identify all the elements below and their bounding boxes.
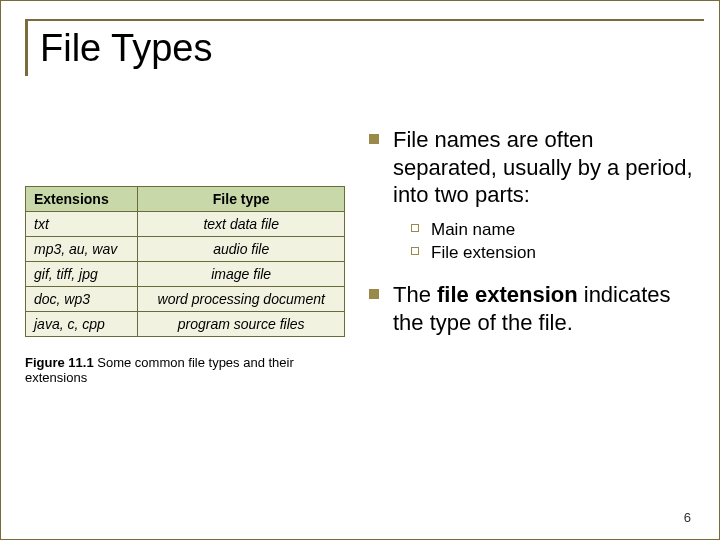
table-row: doc, wp3 word processing document xyxy=(26,287,345,312)
cell-ft: word processing document xyxy=(138,287,345,312)
page-number: 6 xyxy=(684,510,691,525)
slide: File Types Extensions File type txt text… xyxy=(0,0,720,540)
bullet-item: File names are often separated, usually … xyxy=(369,126,695,263)
cell-ext: gif, tiff, jpg xyxy=(26,262,138,287)
bullet-item: The file extension indicates the type of… xyxy=(369,281,695,336)
col-header-filetype: File type xyxy=(138,187,345,212)
table-row: gif, tiff, jpg image file xyxy=(26,262,345,287)
cell-ft: audio file xyxy=(138,237,345,262)
sub-bullet-list: Main name File extension xyxy=(393,219,695,264)
bullet-list: File names are often separated, usually … xyxy=(369,126,695,336)
sub-bullet-text: File extension xyxy=(431,243,536,262)
bullet-text-bold: file extension xyxy=(437,282,578,307)
title-rule xyxy=(28,19,704,21)
right-column: File names are often separated, usually … xyxy=(369,126,695,385)
figure-number: Figure 11.1 xyxy=(25,355,94,370)
cell-ft: text data file xyxy=(138,212,345,237)
sub-bullet-text: Main name xyxy=(431,220,515,239)
table-row: mp3, au, wav audio file xyxy=(26,237,345,262)
cell-ext: doc, wp3 xyxy=(26,287,138,312)
page-title: File Types xyxy=(40,25,695,76)
sub-bullet-item: File extension xyxy=(411,242,695,263)
cell-ext: mp3, au, wav xyxy=(26,237,138,262)
bullet-text-pre: The xyxy=(393,282,437,307)
cell-ft: program source files xyxy=(138,312,345,337)
col-header-extensions: Extensions xyxy=(26,187,138,212)
figure-caption: Figure 11.1 Some common file types and t… xyxy=(25,355,345,385)
left-column: Extensions File type txt text data file … xyxy=(25,126,345,385)
cell-ext: txt xyxy=(26,212,138,237)
table-row: java, c, cpp program source files xyxy=(26,312,345,337)
title-block: File Types xyxy=(25,19,695,76)
sub-bullet-item: Main name xyxy=(411,219,695,240)
cell-ext: java, c, cpp xyxy=(26,312,138,337)
bullet-text: File names are often separated, usually … xyxy=(393,127,693,207)
file-types-table: Extensions File type txt text data file … xyxy=(25,186,345,337)
body: Extensions File type txt text data file … xyxy=(25,126,695,385)
table-header-row: Extensions File type xyxy=(26,187,345,212)
table-row: txt text data file xyxy=(26,212,345,237)
cell-ft: image file xyxy=(138,262,345,287)
